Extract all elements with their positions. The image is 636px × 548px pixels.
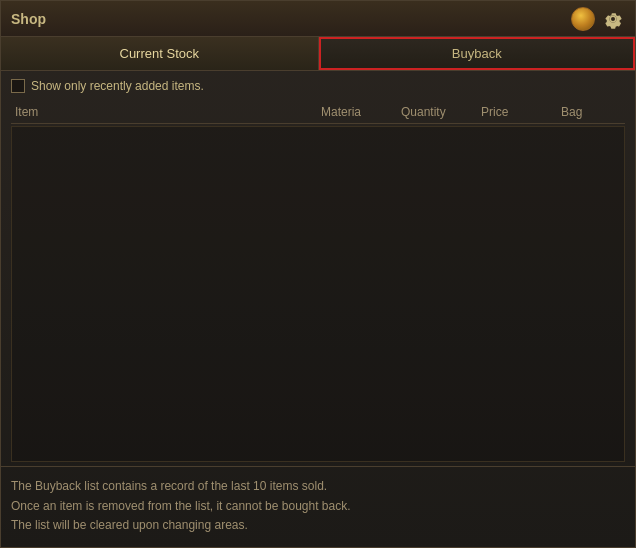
gear-icon	[603, 9, 623, 29]
footer-line-3: The list will be cleared upon changing a…	[11, 516, 625, 535]
title-bar: Shop	[1, 1, 635, 37]
col-header-bag: Bag	[561, 105, 621, 119]
footer-line-1: The Buyback list contains a record of th…	[11, 477, 625, 496]
tab-buyback[interactable]: Buyback	[319, 37, 636, 70]
col-header-quantity: Quantity	[401, 105, 481, 119]
filter-row: Show only recently added items.	[11, 79, 625, 93]
coin-icon[interactable]	[571, 7, 595, 31]
col-header-materia: Materia	[321, 105, 401, 119]
tab-current-stock[interactable]: Current Stock	[1, 37, 319, 70]
title-icons	[571, 7, 625, 31]
content-area: Show only recently added items. Item Mat…	[1, 71, 635, 462]
footer-line-2: Once an item is removed from the list, i…	[11, 497, 625, 516]
shop-window: Shop Current Stock Buyback Show only rec…	[0, 0, 636, 548]
window-title: Shop	[11, 11, 46, 27]
table-header: Item Materia Quantity Price Bag	[11, 101, 625, 124]
tab-row: Current Stock Buyback	[1, 37, 635, 71]
filter-label: Show only recently added items.	[31, 79, 204, 93]
col-header-item: Item	[15, 105, 321, 119]
col-header-price: Price	[481, 105, 561, 119]
footer-area: The Buyback list contains a record of th…	[1, 466, 635, 547]
table-body	[11, 126, 625, 462]
filter-checkbox[interactable]	[11, 79, 25, 93]
filter-checkbox-container[interactable]: Show only recently added items.	[11, 79, 204, 93]
gear-button[interactable]	[601, 7, 625, 31]
